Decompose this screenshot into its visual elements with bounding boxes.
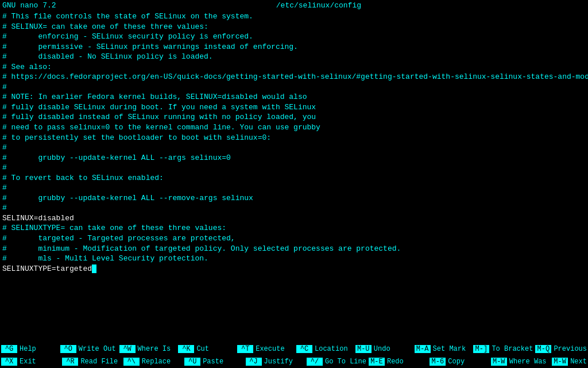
shortcut-item[interactable]: M-6Copy xyxy=(428,355,489,368)
shortcut-item[interactable]: ^UPaste xyxy=(183,355,244,368)
shortcut-key: M-W xyxy=(552,358,568,366)
shortcut-key: M-6 xyxy=(430,358,446,366)
shortcut-label: Exit xyxy=(20,358,36,366)
shortcut-label: Previous xyxy=(554,345,587,353)
title-bar: GNU nano 7.2 /etc/selinux/config xyxy=(0,0,588,10)
shortcut-key: ^J xyxy=(246,358,262,366)
shortcut-item[interactable]: ^TExecute xyxy=(236,343,295,355)
shortcut-item[interactable]: ^/Go To Line xyxy=(305,355,368,368)
shortcut-item[interactable]: ^RRead File xyxy=(61,355,122,368)
shortcut-label: Go To Line xyxy=(325,358,366,366)
shortcut-key: M-] xyxy=(473,345,489,353)
shortcut-item[interactable]: M-QPrevious xyxy=(534,343,588,355)
shortcut-label: Undo xyxy=(374,345,390,353)
shortcut-label: Justify xyxy=(264,358,293,366)
shortcut-item[interactable]: M-]To Bracket xyxy=(472,343,534,355)
shortcut-key: ^W xyxy=(119,345,136,353)
shortcut-item[interactable]: M-ERedo xyxy=(368,355,428,368)
shortcut-item[interactable]: ^XExit xyxy=(0,355,61,368)
title-right xyxy=(581,1,586,10)
shortcut-item[interactable]: ^OWrite Out xyxy=(59,343,118,355)
shortcut-key: M-U xyxy=(355,345,372,353)
shortcut-label: Location xyxy=(315,345,348,353)
shortcut-item[interactable]: ^KCut xyxy=(177,343,236,355)
shortcut-key: ^\ xyxy=(123,358,140,366)
shortcut-item[interactable]: ^GHelp xyxy=(0,343,59,355)
shortcut-label: Where Was xyxy=(509,358,547,366)
shortcut-item[interactable]: ^JJustify xyxy=(245,355,305,368)
editor-area[interactable]: # This file controls the state of SELinu… xyxy=(0,10,588,343)
shortcut-key: ^K xyxy=(178,345,194,353)
shortcut-label: Set Mark xyxy=(433,345,466,353)
shortcut-label: Copy xyxy=(448,358,465,366)
shortcuts-row2: ^XExit^RRead File^\Replace^UPaste^JJusti… xyxy=(0,355,588,368)
shortcut-key: ^O xyxy=(60,345,76,353)
shortcut-item[interactable]: ^CLocation xyxy=(295,343,354,355)
shortcut-key: M-W xyxy=(491,358,507,366)
shortcut-key: ^T xyxy=(237,345,253,353)
shortcut-key: ^X xyxy=(1,358,17,366)
shortcut-key: M-Q xyxy=(535,345,551,353)
shortcut-key: M-E xyxy=(369,358,385,366)
shortcut-item[interactable]: ^WWhere Is xyxy=(118,343,177,355)
shortcut-key: ^U xyxy=(184,358,200,366)
title-center: /etc/selinux/config xyxy=(276,1,361,10)
shortcut-bar: ^GHelp^OWrite Out^WWhere Is^KCut^TExecut… xyxy=(0,343,588,368)
shortcut-label: Help xyxy=(20,345,36,353)
shortcuts-row1: ^GHelp^OWrite Out^WWhere Is^KCut^TExecut… xyxy=(0,343,588,355)
shortcut-label: Redo xyxy=(387,358,404,366)
shortcut-item[interactable]: ^\Replace xyxy=(122,355,183,368)
shortcut-label: Read File xyxy=(80,358,118,366)
shortcut-key: ^G xyxy=(1,345,17,353)
shortcut-item[interactable]: M-UUndo xyxy=(354,343,413,355)
shortcut-key: ^/ xyxy=(307,358,323,366)
shortcut-label: Next xyxy=(570,358,587,366)
shortcut-label: Paste xyxy=(203,358,223,366)
shortcut-label: Replace xyxy=(142,358,171,366)
shortcut-label: Where Is xyxy=(138,345,171,353)
shortcut-label: Write Out xyxy=(79,345,116,353)
shortcut-item[interactable]: M-WWhere Was xyxy=(490,355,551,368)
title-left: GNU nano 7.2 xyxy=(2,1,56,10)
shortcut-key: ^R xyxy=(62,358,78,366)
app: GNU nano 7.2 /etc/selinux/config # This … xyxy=(0,0,588,368)
shortcut-label: To Bracket xyxy=(492,345,533,353)
shortcut-item[interactable]: M-WNext xyxy=(551,355,588,368)
shortcut-label: Cut xyxy=(196,345,209,353)
shortcut-label: Execute xyxy=(256,345,284,353)
shortcut-key: ^C xyxy=(296,345,312,353)
shortcut-item[interactable]: M-ASet Mark xyxy=(413,343,473,355)
shortcut-key: M-A xyxy=(415,345,431,353)
